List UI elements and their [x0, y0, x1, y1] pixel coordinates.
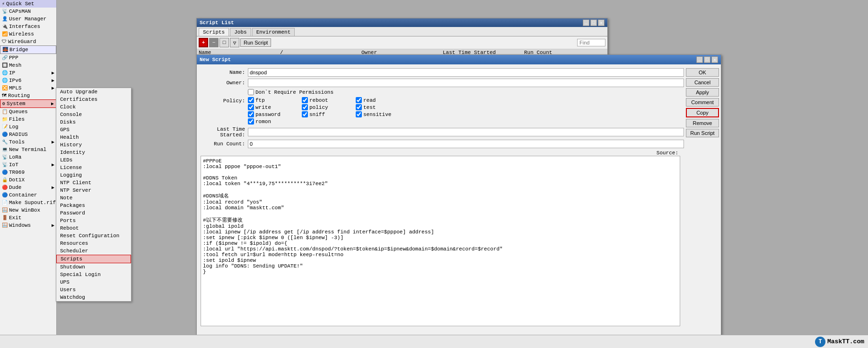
menu-item-shutdown[interactable]: Shutdown: [56, 263, 131, 271]
sidebar-item-newterminal[interactable]: 💻 New Terminal: [0, 146, 56, 153]
maximize-button[interactable]: □: [590, 19, 597, 26]
sidebar-item-ipv6[interactable]: 🌐 IPv6 ▶: [0, 77, 56, 84]
sidebar-item-log[interactable]: 📝 Log: [0, 123, 56, 131]
sidebar-item-container[interactable]: 🔵 Container: [0, 191, 56, 199]
sidebar-item-iot[interactable]: 📡 IoT ▶: [0, 161, 56, 169]
sidebar-item-wireless[interactable]: 📶 Wireless: [0, 30, 56, 38]
sidebar-item-mesh[interactable]: 🔲 Mesh: [0, 62, 56, 69]
remove-script-button[interactable]: −: [209, 38, 219, 47]
sidebar-item-dot1x[interactable]: 🔒 Dot1X: [0, 176, 56, 184]
cb-romon[interactable]: [248, 118, 254, 125]
ok-button[interactable]: OK: [686, 68, 719, 77]
close-button[interactable]: ✕: [598, 19, 605, 26]
menu-item-certificates[interactable]: Certificates: [56, 96, 131, 103]
sidebar-item-tools[interactable]: 🔧 Tools ▶: [0, 138, 56, 146]
sidebar-item-ip[interactable]: 🌐 IP ▶: [0, 69, 56, 77]
sidebar-item-bridge[interactable]: 🌉 Bridge: [0, 45, 56, 54]
menu-item-watchdog[interactable]: Watchdog: [56, 294, 131, 301]
sidebar-item-capsman[interactable]: 📡 CAPsMAN: [0, 8, 56, 15]
ns-maximize-button[interactable]: □: [704, 56, 710, 63]
menu-item-reboot[interactable]: Reboot: [56, 224, 131, 232]
menu-item-autoupgrade[interactable]: Auto Upgrade: [56, 88, 131, 96]
menu-item-clock[interactable]: Clock: [56, 103, 131, 111]
sidebar-item-lora[interactable]: 📡 LoRa: [0, 153, 56, 161]
owner-input[interactable]: [248, 79, 684, 87]
find-input[interactable]: [577, 39, 605, 46]
tab-scripts[interactable]: Scripts: [199, 28, 229, 36]
sidebar-item-exit[interactable]: 🚪 Exit: [0, 214, 56, 222]
menu-item-disks[interactable]: Disks: [56, 118, 131, 126]
sidebar-item-mpls[interactable]: 🔀 MPLS ▶: [0, 84, 56, 92]
cb-sensitive[interactable]: [356, 111, 362, 117]
menu-item-license[interactable]: License: [56, 164, 131, 171]
policy-row: Policy: ftp reboot read write policy tes…: [201, 97, 684, 125]
sidebar-item-files[interactable]: 📁 Files: [0, 116, 56, 123]
interfaces-icon: 🔌: [2, 24, 8, 29]
menu-item-gps[interactable]: GPS: [56, 126, 131, 134]
menu-item-console[interactable]: Console: [56, 111, 131, 118]
cb-sniff[interactable]: [302, 111, 308, 117]
menu-item-password[interactable]: Password: [56, 209, 131, 217]
sidebar-item-radius[interactable]: 🔵 RADIUS: [0, 131, 56, 138]
cb-test[interactable]: [356, 104, 362, 110]
apply-button[interactable]: Apply: [686, 88, 719, 97]
menu-item-speciallogin[interactable]: Special Login: [56, 271, 131, 278]
comment-button[interactable]: Comment: [686, 98, 719, 107]
menu-item-ntpserver[interactable]: NTP Server: [56, 187, 131, 194]
filter-button[interactable]: ▽: [230, 38, 239, 47]
cb-read[interactable]: [356, 97, 362, 103]
sidebar-item-dude[interactable]: 🔴 Dude ▶: [0, 184, 56, 191]
menu-item-ports[interactable]: Ports: [56, 217, 131, 224]
copy-button[interactable]: Copy: [686, 108, 719, 117]
dont-require-label: Don`t Require Permissions: [255, 89, 333, 95]
cancel-button[interactable]: Cancel: [686, 78, 719, 87]
menu-item-packages[interactable]: Packages: [56, 202, 131, 209]
sidebar-item-newwinbox[interactable]: 🪟 New WinBox: [0, 206, 56, 214]
menu-item-logging[interactable]: Logging: [56, 171, 131, 179]
dont-require-checkbox[interactable]: [248, 89, 254, 95]
cb-password[interactable]: [248, 111, 254, 117]
menu-item-identity[interactable]: Identity: [56, 149, 131, 156]
menu-item-scheduler[interactable]: Scheduler: [56, 247, 131, 255]
ns-minimize-button[interactable]: _: [696, 56, 703, 63]
policy-read: read: [356, 97, 408, 103]
remove-button[interactable]: Remove: [686, 119, 719, 127]
cb-write[interactable]: [248, 104, 254, 110]
ns-close-button[interactable]: ✕: [711, 56, 718, 63]
menu-item-resources[interactable]: Resources: [56, 240, 131, 247]
sidebar-item-ppp[interactable]: 🔗 PPP: [0, 54, 56, 62]
run-script-form-button[interactable]: Run Script: [686, 129, 719, 137]
sidebar-item-interfaces[interactable]: 🔌 Interfaces: [0, 23, 56, 30]
run-script-button[interactable]: Run Script: [240, 38, 271, 47]
sidebar-item-queues[interactable]: 📋 Queues: [0, 108, 56, 116]
menu-item-users[interactable]: Users: [56, 286, 131, 294]
sidebar-item-quickset[interactable]: ⚡ Quick Set: [0, 0, 56, 8]
sidebar-item-tr069[interactable]: 🔵 TR069: [0, 169, 56, 176]
menu-item-ntpclient[interactable]: NTP Client: [56, 179, 131, 187]
sidebar-item-usermanager[interactable]: 👤 User Manager: [0, 15, 56, 23]
minimize-button[interactable]: _: [583, 19, 589, 26]
menu-item-leds[interactable]: LEDs: [56, 156, 131, 164]
lasttime-input[interactable]: [248, 128, 684, 136]
runcount-input[interactable]: [248, 140, 684, 148]
edit-script-button[interactable]: □: [219, 38, 229, 47]
source-editor[interactable]: #PPPoE :local pppoe "pppoe-out1" #DDNS T…: [201, 156, 680, 326]
tab-jobs[interactable]: Jobs: [230, 28, 251, 36]
cb-policy[interactable]: [302, 104, 308, 110]
name-input[interactable]: [248, 68, 684, 77]
sidebar-item-windows[interactable]: 🪟 Windows ▶: [0, 222, 56, 229]
sidebar-item-wireguard[interactable]: 🛡 WireGuard: [0, 38, 56, 45]
add-script-button[interactable]: +: [199, 38, 208, 47]
sidebar-item-routing[interactable]: 🗺 Routing: [0, 92, 56, 99]
menu-item-history[interactable]: History: [56, 141, 131, 149]
menu-item-ups[interactable]: UPS: [56, 278, 131, 286]
sidebar-item-system[interactable]: ⚙ System ▶: [0, 99, 56, 108]
menu-item-health[interactable]: Health: [56, 134, 131, 141]
tab-environment[interactable]: Environment: [252, 28, 295, 36]
menu-item-scripts[interactable]: Scripts: [56, 255, 131, 263]
cb-ftp[interactable]: [248, 97, 254, 103]
sidebar-item-makesupout[interactable]: 📄 Make Supout.rif: [0, 199, 56, 206]
menu-item-note[interactable]: Note: [56, 194, 131, 202]
cb-reboot[interactable]: [302, 97, 308, 103]
menu-item-resetconfig[interactable]: Reset Configuration: [56, 232, 131, 240]
